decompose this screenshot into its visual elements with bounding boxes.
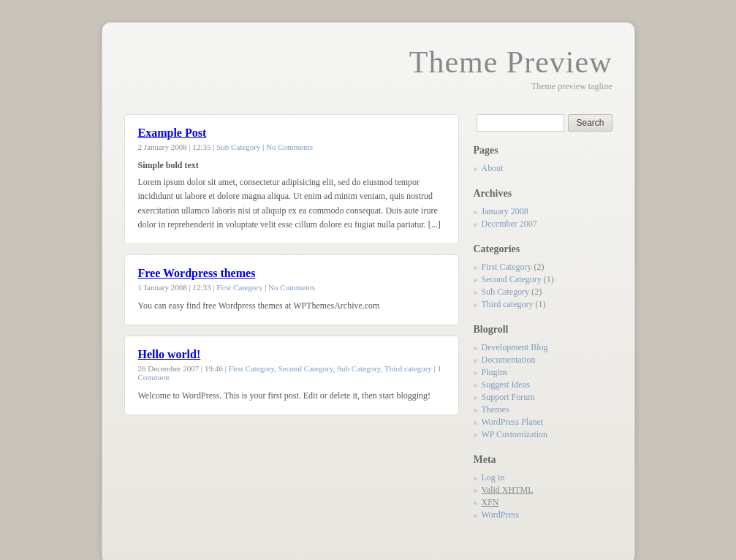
- post-content: You can easy find free Wordpress themes …: [138, 299, 445, 313]
- site-header: Theme Preview Theme preview tagline: [124, 45, 612, 107]
- sidebar-blogroll-section: Blogroll Development Blog Documentation …: [474, 324, 612, 441]
- category-count: (2): [534, 262, 545, 273]
- list-item: Documentation: [474, 354, 612, 366]
- post-date: 2 January 2008 | 12:35 |: [138, 143, 215, 151]
- archive-jan-2008-link[interactable]: January 2008: [482, 206, 528, 217]
- sidebar: Search Pages About Archives: [474, 114, 612, 534]
- site-title: Theme Preview: [124, 45, 612, 80]
- list-item: Sub Category (2): [474, 286, 612, 298]
- post-title-link[interactable]: Hello world!: [138, 348, 201, 360]
- meta-xfn-link[interactable]: XFN: [482, 497, 499, 508]
- meta-wordpress-link[interactable]: WordPress: [482, 510, 520, 521]
- post-bold-text: Simple bold text: [138, 159, 445, 173]
- post-content: Simple bold text Lorem ipsum dolor sit a…: [138, 159, 445, 232]
- post-category-link-3[interactable]: Sub Category: [337, 364, 380, 373]
- blogroll-plugins-link[interactable]: Plugins: [482, 367, 508, 378]
- post-title: Free Wordpress themes: [138, 267, 445, 280]
- list-item: Support Forum: [474, 391, 612, 404]
- post-date: 1 January 2008 | 12:33 |: [138, 283, 215, 292]
- post-category-link-4[interactable]: Third category: [384, 364, 432, 373]
- list-item: Valid XHTML: [474, 484, 612, 496]
- category-count: (2): [531, 287, 542, 298]
- post-date: 26 December 2007 | 19:46 |: [138, 364, 227, 373]
- blogroll-themes-link[interactable]: Themes: [482, 404, 509, 415]
- content-area: Example Post 2 January 2008 | 12:35 | Su…: [124, 114, 612, 534]
- blogroll-suggest-link[interactable]: Suggest Ideas: [482, 379, 530, 390]
- post-card: Hello world! 26 December 2007 | 19:46 | …: [124, 336, 459, 415]
- post-body: Lorem ipsum dolor sit amet, consectetur …: [138, 177, 441, 230]
- list-item: December 2007: [474, 218, 612, 230]
- meta-login-link[interactable]: Log in: [482, 472, 505, 483]
- post-meta: 2 January 2008 | 12:35 | Sub Category | …: [138, 143, 445, 151]
- sidebar-archives-section: Archives January 2008 December 2007: [474, 188, 612, 230]
- blogroll-dev-link[interactable]: Development Blog: [482, 342, 548, 353]
- post-category-link[interactable]: First Category: [216, 283, 262, 292]
- sidebar-meta-section: Meta Log in Valid XHTML XFN WordPress: [474, 454, 612, 521]
- list-item: Third category (1): [474, 298, 612, 311]
- blogroll-support-link[interactable]: Support Forum: [482, 392, 535, 403]
- post-title: Example Post: [138, 126, 445, 140]
- category-sub-link[interactable]: Sub Category: [482, 287, 530, 298]
- sidebar-categories-section: Categories First Category (2) Second Cat…: [474, 243, 612, 311]
- sidebar-meta-list: Log in Valid XHTML XFN WordPress: [474, 472, 612, 521]
- category-count: (1): [535, 299, 545, 310]
- sidebar-meta-title: Meta: [474, 454, 612, 467]
- search-input[interactable]: [477, 114, 564, 132]
- post-card: Free Wordpress themes 1 January 2008 | 1…: [124, 254, 459, 325]
- sidebar-categories-list: First Category (2) Second Category (1) S…: [474, 261, 612, 311]
- post-meta: 1 January 2008 | 12:33 | First Category …: [138, 283, 445, 292]
- site-tagline: Theme preview tagline: [124, 81, 612, 92]
- list-item: XFN: [474, 496, 612, 509]
- post-meta: 26 December 2007 | 19:46 | First Categor…: [138, 364, 445, 382]
- sidebar-archives-list: January 2008 December 2007: [474, 205, 612, 230]
- sidebar-blogroll-title: Blogroll: [474, 324, 612, 337]
- list-item: Plugins: [474, 366, 612, 379]
- post-title-link[interactable]: Free Wordpress themes: [138, 267, 256, 279]
- post-content: Welcome to WordPress. This is your first…: [138, 389, 445, 403]
- posts-column: Example Post 2 January 2008 | 12:35 | Su…: [124, 114, 459, 534]
- post-body: You can easy find free Wordpress themes …: [138, 300, 380, 311]
- search-widget: Search: [474, 114, 612, 132]
- meta-xhtml-link[interactable]: Valid XHTML: [482, 485, 534, 496]
- category-second-link[interactable]: Second Category: [482, 274, 542, 285]
- sidebar-about-link[interactable]: About: [482, 163, 504, 174]
- list-item: Log in: [474, 472, 612, 484]
- archive-dec-2007-link[interactable]: December 2007: [482, 219, 537, 230]
- list-item: WordPress: [474, 509, 612, 521]
- list-item: First Category (2): [474, 261, 612, 273]
- sidebar-pages-list: About: [474, 162, 612, 175]
- category-third-link[interactable]: Third category: [482, 299, 534, 310]
- list-item: Themes: [474, 404, 612, 416]
- post-comments-link[interactable]: No Comments: [268, 283, 315, 292]
- post-title-link[interactable]: Example Post: [138, 126, 207, 139]
- list-item: WordPress Planet: [474, 416, 612, 428]
- post-body: Welcome to WordPress. This is your first…: [138, 390, 431, 401]
- post-card: Example Post 2 January 2008 | 12:35 | Su…: [124, 114, 459, 244]
- meta-xfn-text: XFN: [482, 497, 499, 507]
- sidebar-pages-section: Pages About: [474, 145, 612, 175]
- meta-xhtml-text: Valid XHTML: [482, 485, 534, 495]
- search-button[interactable]: Search: [568, 114, 612, 132]
- list-item: January 2008: [474, 205, 612, 218]
- sidebar-archives-title: Archives: [474, 188, 612, 201]
- post-title: Hello world!: [138, 348, 445, 361]
- sidebar-pages-title: Pages: [474, 145, 612, 158]
- list-item: Development Blog: [474, 341, 612, 354]
- category-count: (1): [544, 274, 554, 285]
- list-item: Second Category (1): [474, 273, 612, 286]
- sidebar-blogroll-list: Development Blog Documentation Plugins S…: [474, 341, 612, 441]
- sidebar-categories-title: Categories: [474, 243, 612, 257]
- list-item: Suggest Ideas: [474, 379, 612, 391]
- blogroll-docs-link[interactable]: Documentation: [482, 355, 536, 366]
- post-category-link-2[interactable]: Second Category: [278, 364, 333, 373]
- post-category-link[interactable]: Sub Category: [216, 143, 260, 151]
- post-comments-link[interactable]: No Comments: [266, 143, 313, 151]
- blogroll-wp-custom-link[interactable]: WP Customization: [482, 429, 548, 440]
- blogroll-wp-planet-link[interactable]: WordPress Planet: [482, 417, 544, 428]
- list-item: WP Customization: [474, 428, 612, 441]
- list-item: About: [474, 162, 612, 175]
- category-first-link[interactable]: First Category: [482, 262, 532, 273]
- post-category-link-1[interactable]: First Category: [229, 364, 275, 373]
